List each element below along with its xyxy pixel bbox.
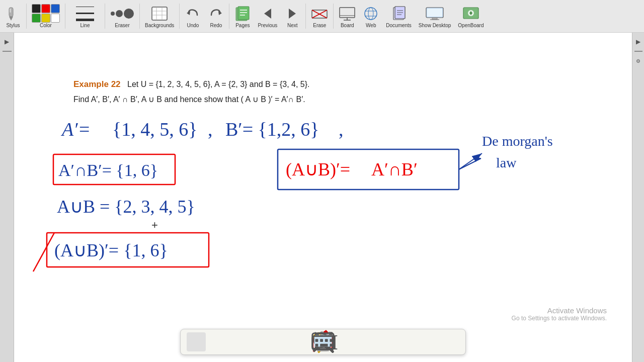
eraser-label: Eraser [115,23,129,28]
color-black[interactable] [32,4,41,13]
right-sidebar-arrow-up[interactable]: ▶ [633,37,643,47]
svg-text:(A∪B)′= {1, 6}: (A∪B)′= {1, 6} [54,240,168,260]
right-sidebar-settings[interactable]: ⚙ [633,56,643,66]
openboard-tool[interactable]: OpenBoard [455,4,487,29]
eraser-small[interactable] [111,12,115,16]
next-icon [285,6,300,21]
svg-rect-87 [320,339,323,342]
svg-rect-3 [152,7,167,20]
svg-text:B′= {1,2, 6}: B′= {1,2, 6} [225,119,319,140]
svg-text:A′=: A′= [60,119,91,140]
svg-line-51 [33,233,54,272]
line-thin[interactable] [75,5,95,9]
svg-text:A′∩B′= {1, 6}: A′∩B′= {1, 6} [58,161,158,179]
divider-1 [26,4,27,29]
svg-line-56 [459,153,482,169]
svg-rect-92 [330,344,333,347]
line-thick[interactable] [75,18,95,22]
divider-5 [179,4,180,29]
keyboard-icon-bottom [181,329,465,354]
pages-icon [235,6,250,22]
show-desktop-icon [425,6,444,21]
svg-marker-16 [289,9,296,19]
show-desktop-tool[interactable]: Show Desktop [416,4,454,29]
eraser-large[interactable] [124,9,134,19]
left-sidebar-arrow[interactable]: ▶ [2,37,12,47]
svg-text:{1, 4, 5, 6}: {1, 4, 5, 6} [112,119,197,140]
eraser-sizes [111,9,134,19]
previous-label: Previous [258,23,277,28]
color-blue[interactable] [51,4,60,13]
svg-text:+: + [151,219,158,231]
backgrounds-tool[interactable]: Backgrounds [142,4,177,29]
svg-point-24 [365,8,377,20]
undo-label: Undo [187,23,199,28]
left-sidebar: ▶ [0,33,14,362]
color-red[interactable] [41,4,50,13]
previous-tool[interactable]: Previous [255,4,280,29]
svg-text:Let U = {1, 2, 3, 4, 5, 6}, A : Let U = {1, 2, 3, 4, 5, 6}, A = {2, 3} a… [127,80,310,88]
svg-rect-20 [340,8,355,18]
svg-point-25 [368,8,373,20]
web-tool[interactable]: Web [360,4,382,29]
svg-rect-91 [330,339,333,342]
right-sidebar: ▶ ⚙ [632,33,644,362]
example-label: Example 22 [73,79,121,89]
next-label: Next [287,23,298,28]
svg-text:A∪B = {2, 3, 4, 5}: A∪B = {2, 3, 4, 5} [57,197,195,217]
canvas-area[interactable]: Example 22 Let U = {1, 2, 3, 4, 5, 6}, A… [14,33,632,362]
stylus-tool[interactable]: Stylus [2,4,24,29]
openboard-icon [462,6,479,21]
color-label: Color [40,23,52,28]
svg-text:,: , [208,119,213,140]
redo-label: Redo [210,23,222,28]
color-grid [32,4,60,23]
line-tool[interactable]: Line [67,4,103,29]
board-tool[interactable]: Board [336,4,359,29]
svg-rect-36 [427,9,442,17]
eraser-medium[interactable] [116,10,123,17]
divider-7 [305,4,306,29]
divider-8 [333,4,334,29]
svg-rect-2 [10,9,11,13]
svg-text:law: law [496,155,517,170]
svg-text:,: , [339,119,344,140]
color-white[interactable] [51,14,60,23]
svg-rect-89 [315,344,318,347]
line-medium[interactable] [75,11,95,16]
keyboard-tool-bottom[interactable] [440,332,459,351]
svg-text:De morgan's: De morgan's [482,133,553,149]
pages-tool[interactable]: Pages [231,4,254,29]
backgrounds-icon [151,6,168,21]
stylus-label: Stylus [6,23,20,28]
svg-rect-85 [312,336,334,349]
board-icon [339,6,356,21]
svg-rect-90 [320,344,328,347]
undo-tool[interactable]: Undo [182,4,204,29]
next-tool[interactable]: Next [281,4,303,29]
documents-icon [390,6,408,22]
board-label: Board [341,23,354,28]
right-sidebar-divider [634,51,642,52]
divider-2 [65,4,65,29]
svg-text:(A∪B)′=: (A∪B)′= [286,159,350,179]
svg-marker-1 [9,17,13,21]
color-tool[interactable]: Color [29,4,63,29]
main-area: ▶ Example 22 Let U = {1, 2, 3, 4, 5, 6},… [0,33,644,362]
divider-6 [229,4,229,29]
eraser-tool[interactable]: Eraser [107,4,137,29]
erase-tool[interactable]: Erase [308,4,331,29]
line-label: Line [80,23,90,28]
backgrounds-label: Backgrounds [145,23,174,28]
divider-3 [105,4,105,29]
web-icon [363,6,378,21]
bottom-toolbar: AI [180,329,466,355]
redo-tool[interactable]: Redo [205,4,227,29]
color-yellow[interactable] [41,14,50,23]
color-green[interactable] [32,14,41,23]
svg-text:A′∩B′: A′∩B′ [371,159,418,179]
pages-label: Pages [235,23,250,28]
documents-tool[interactable]: Documents [383,4,415,29]
svg-text:Find A′, B′,  A′ ∩ B′, A ∪ B a: Find A′, B′, A′ ∩ B′, A ∪ B and hence sh… [73,95,305,104]
erase-label: Erase [313,23,326,28]
